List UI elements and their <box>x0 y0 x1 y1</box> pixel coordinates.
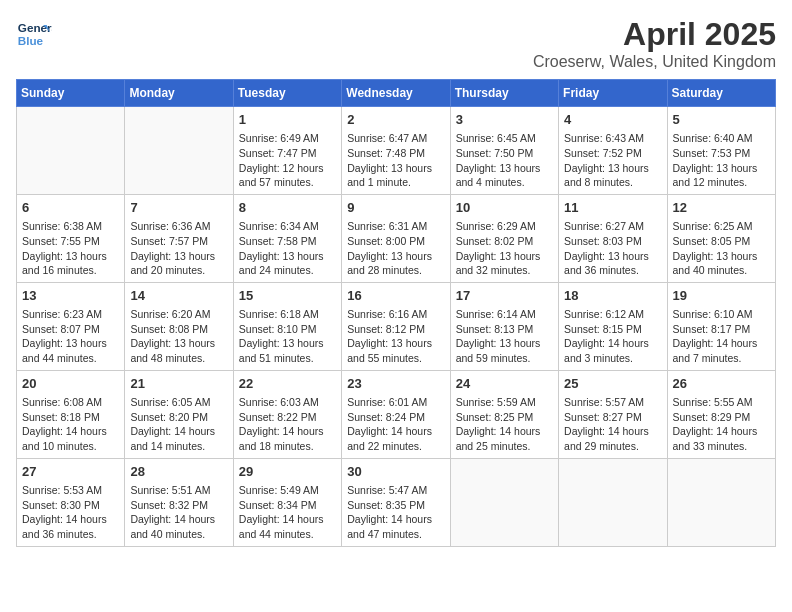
calendar-cell: 8Sunrise: 6:34 AMSunset: 7:58 PMDaylight… <box>233 194 341 282</box>
day-detail: Sunrise: 5:51 AMSunset: 8:32 PMDaylight:… <box>130 483 227 542</box>
day-detail: Sunrise: 6:12 AMSunset: 8:15 PMDaylight:… <box>564 307 661 366</box>
calendar-week-4: 20Sunrise: 6:08 AMSunset: 8:18 PMDayligh… <box>17 370 776 458</box>
calendar-cell: 20Sunrise: 6:08 AMSunset: 8:18 PMDayligh… <box>17 370 125 458</box>
day-detail: Sunrise: 5:59 AMSunset: 8:25 PMDaylight:… <box>456 395 553 454</box>
day-detail: Sunrise: 6:23 AMSunset: 8:07 PMDaylight:… <box>22 307 119 366</box>
calendar-cell: 6Sunrise: 6:38 AMSunset: 7:55 PMDaylight… <box>17 194 125 282</box>
calendar-cell: 25Sunrise: 5:57 AMSunset: 8:27 PMDayligh… <box>559 370 667 458</box>
day-detail: Sunrise: 6:10 AMSunset: 8:17 PMDaylight:… <box>673 307 770 366</box>
day-detail: Sunrise: 6:47 AMSunset: 7:48 PMDaylight:… <box>347 131 444 190</box>
day-number: 16 <box>347 287 444 305</box>
day-number: 4 <box>564 111 661 129</box>
day-number: 22 <box>239 375 336 393</box>
day-detail: Sunrise: 6:38 AMSunset: 7:55 PMDaylight:… <box>22 219 119 278</box>
day-number: 27 <box>22 463 119 481</box>
day-detail: Sunrise: 6:49 AMSunset: 7:47 PMDaylight:… <box>239 131 336 190</box>
calendar-week-2: 6Sunrise: 6:38 AMSunset: 7:55 PMDaylight… <box>17 194 776 282</box>
svg-text:Blue: Blue <box>18 34 44 47</box>
calendar-body: 1Sunrise: 6:49 AMSunset: 7:47 PMDaylight… <box>17 107 776 547</box>
day-detail: Sunrise: 6:31 AMSunset: 8:00 PMDaylight:… <box>347 219 444 278</box>
col-saturday: Saturday <box>667 80 775 107</box>
calendar-cell: 11Sunrise: 6:27 AMSunset: 8:03 PMDayligh… <box>559 194 667 282</box>
calendar-table: Sunday Monday Tuesday Wednesday Thursday… <box>16 79 776 547</box>
day-number: 3 <box>456 111 553 129</box>
day-number: 30 <box>347 463 444 481</box>
calendar-cell: 30Sunrise: 5:47 AMSunset: 8:35 PMDayligh… <box>342 458 450 546</box>
calendar-cell <box>125 107 233 195</box>
col-sunday: Sunday <box>17 80 125 107</box>
calendar-cell: 19Sunrise: 6:10 AMSunset: 8:17 PMDayligh… <box>667 282 775 370</box>
calendar-cell <box>17 107 125 195</box>
col-wednesday: Wednesday <box>342 80 450 107</box>
logo: General Blue <box>16 16 52 52</box>
day-number: 6 <box>22 199 119 217</box>
calendar-cell: 14Sunrise: 6:20 AMSunset: 8:08 PMDayligh… <box>125 282 233 370</box>
day-number: 18 <box>564 287 661 305</box>
day-number: 20 <box>22 375 119 393</box>
day-detail: Sunrise: 6:05 AMSunset: 8:20 PMDaylight:… <box>130 395 227 454</box>
day-detail: Sunrise: 6:16 AMSunset: 8:12 PMDaylight:… <box>347 307 444 366</box>
calendar-title: April 2025 <box>533 16 776 53</box>
calendar-week-5: 27Sunrise: 5:53 AMSunset: 8:30 PMDayligh… <box>17 458 776 546</box>
calendar-cell: 15Sunrise: 6:18 AMSunset: 8:10 PMDayligh… <box>233 282 341 370</box>
day-number: 8 <box>239 199 336 217</box>
day-number: 25 <box>564 375 661 393</box>
day-number: 1 <box>239 111 336 129</box>
calendar-cell: 2Sunrise: 6:47 AMSunset: 7:48 PMDaylight… <box>342 107 450 195</box>
day-detail: Sunrise: 6:18 AMSunset: 8:10 PMDaylight:… <box>239 307 336 366</box>
calendar-subtitle: Croeserw, Wales, United Kingdom <box>533 53 776 71</box>
calendar-cell: 21Sunrise: 6:05 AMSunset: 8:20 PMDayligh… <box>125 370 233 458</box>
calendar-cell: 12Sunrise: 6:25 AMSunset: 8:05 PMDayligh… <box>667 194 775 282</box>
calendar-cell: 18Sunrise: 6:12 AMSunset: 8:15 PMDayligh… <box>559 282 667 370</box>
day-detail: Sunrise: 6:25 AMSunset: 8:05 PMDaylight:… <box>673 219 770 278</box>
calendar-cell: 5Sunrise: 6:40 AMSunset: 7:53 PMDaylight… <box>667 107 775 195</box>
day-detail: Sunrise: 6:27 AMSunset: 8:03 PMDaylight:… <box>564 219 661 278</box>
day-detail: Sunrise: 6:45 AMSunset: 7:50 PMDaylight:… <box>456 131 553 190</box>
page-header: General Blue April 2025 Croeserw, Wales,… <box>16 16 776 71</box>
calendar-cell: 26Sunrise: 5:55 AMSunset: 8:29 PMDayligh… <box>667 370 775 458</box>
calendar-week-3: 13Sunrise: 6:23 AMSunset: 8:07 PMDayligh… <box>17 282 776 370</box>
calendar-cell: 29Sunrise: 5:49 AMSunset: 8:34 PMDayligh… <box>233 458 341 546</box>
day-detail: Sunrise: 6:29 AMSunset: 8:02 PMDaylight:… <box>456 219 553 278</box>
day-detail: Sunrise: 6:03 AMSunset: 8:22 PMDaylight:… <box>239 395 336 454</box>
day-detail: Sunrise: 6:08 AMSunset: 8:18 PMDaylight:… <box>22 395 119 454</box>
day-detail: Sunrise: 6:14 AMSunset: 8:13 PMDaylight:… <box>456 307 553 366</box>
calendar-cell: 13Sunrise: 6:23 AMSunset: 8:07 PMDayligh… <box>17 282 125 370</box>
calendar-cell <box>559 458 667 546</box>
col-tuesday: Tuesday <box>233 80 341 107</box>
day-number: 5 <box>673 111 770 129</box>
day-number: 10 <box>456 199 553 217</box>
calendar-cell: 9Sunrise: 6:31 AMSunset: 8:00 PMDaylight… <box>342 194 450 282</box>
calendar-cell: 16Sunrise: 6:16 AMSunset: 8:12 PMDayligh… <box>342 282 450 370</box>
day-number: 15 <box>239 287 336 305</box>
calendar-cell: 10Sunrise: 6:29 AMSunset: 8:02 PMDayligh… <box>450 194 558 282</box>
day-detail: Sunrise: 6:01 AMSunset: 8:24 PMDaylight:… <box>347 395 444 454</box>
header-row: Sunday Monday Tuesday Wednesday Thursday… <box>17 80 776 107</box>
day-number: 9 <box>347 199 444 217</box>
calendar-cell: 7Sunrise: 6:36 AMSunset: 7:57 PMDaylight… <box>125 194 233 282</box>
day-detail: Sunrise: 5:53 AMSunset: 8:30 PMDaylight:… <box>22 483 119 542</box>
day-number: 29 <box>239 463 336 481</box>
day-detail: Sunrise: 6:34 AMSunset: 7:58 PMDaylight:… <box>239 219 336 278</box>
calendar-cell: 17Sunrise: 6:14 AMSunset: 8:13 PMDayligh… <box>450 282 558 370</box>
day-number: 21 <box>130 375 227 393</box>
day-detail: Sunrise: 5:49 AMSunset: 8:34 PMDaylight:… <box>239 483 336 542</box>
calendar-week-1: 1Sunrise: 6:49 AMSunset: 7:47 PMDaylight… <box>17 107 776 195</box>
calendar-cell <box>450 458 558 546</box>
calendar-cell: 1Sunrise: 6:49 AMSunset: 7:47 PMDaylight… <box>233 107 341 195</box>
day-number: 24 <box>456 375 553 393</box>
col-thursday: Thursday <box>450 80 558 107</box>
calendar-cell: 27Sunrise: 5:53 AMSunset: 8:30 PMDayligh… <box>17 458 125 546</box>
title-area: April 2025 Croeserw, Wales, United Kingd… <box>533 16 776 71</box>
col-friday: Friday <box>559 80 667 107</box>
day-number: 7 <box>130 199 227 217</box>
calendar-cell: 22Sunrise: 6:03 AMSunset: 8:22 PMDayligh… <box>233 370 341 458</box>
day-number: 26 <box>673 375 770 393</box>
day-detail: Sunrise: 6:20 AMSunset: 8:08 PMDaylight:… <box>130 307 227 366</box>
day-detail: Sunrise: 5:55 AMSunset: 8:29 PMDaylight:… <box>673 395 770 454</box>
day-detail: Sunrise: 6:43 AMSunset: 7:52 PMDaylight:… <box>564 131 661 190</box>
calendar-cell: 3Sunrise: 6:45 AMSunset: 7:50 PMDaylight… <box>450 107 558 195</box>
day-number: 17 <box>456 287 553 305</box>
logo-icon: General Blue <box>16 16 52 52</box>
day-detail: Sunrise: 6:40 AMSunset: 7:53 PMDaylight:… <box>673 131 770 190</box>
